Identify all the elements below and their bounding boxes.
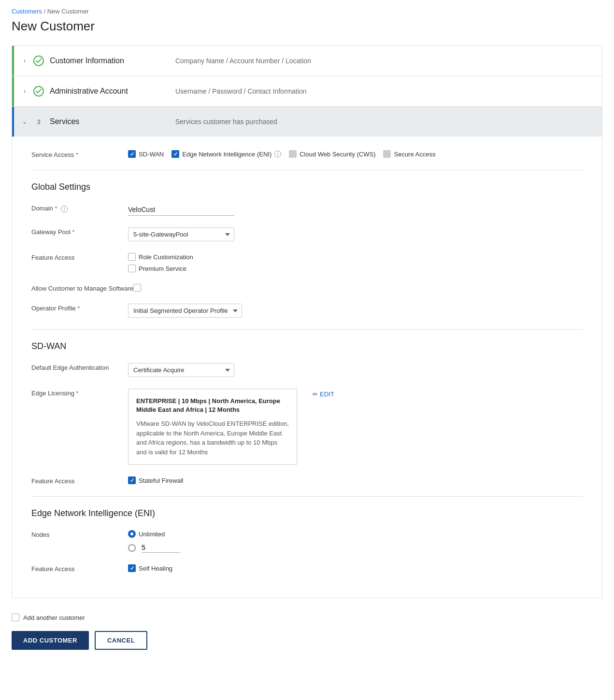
accordion-header-customer-info[interactable]: › Customer Information Company Name / Ac…: [12, 46, 602, 76]
nodes-unlimited-label: Unlimited: [139, 531, 165, 538]
cancel-button[interactable]: CANCEL: [95, 631, 147, 650]
service-access-secure[interactable]: Secure Access: [383, 150, 435, 158]
self-healing-label: Self Healing: [139, 565, 172, 572]
edit-link-label: EDIT: [320, 391, 334, 398]
add-customer-button[interactable]: ADD CUSTOMER: [12, 631, 89, 650]
edge-licensing-value: ENTERPRISE | 10 Mbps | North America, Eu…: [128, 389, 583, 465]
operator-profile-select[interactable]: Initial Segmented Operator Profile: [128, 304, 242, 318]
global-feature-access-options: Role Customization Premium Service: [128, 253, 583, 272]
step-number-services: 3: [33, 116, 44, 127]
accordion-title-customer-info: Customer Information: [50, 56, 146, 65]
cws-label: Cloud Web Security (CWS): [300, 151, 375, 158]
nodes-label: Nodes: [31, 530, 128, 538]
default-edge-auth-row: Default Edge Authentication Certificate …: [31, 363, 583, 377]
accordion-subtitle-customer-info: Company Name / Account Number / Location: [175, 57, 311, 65]
nodes-custom-input[interactable]: [142, 543, 180, 553]
self-healing-checkbox[interactable]: [128, 564, 136, 572]
services-content: Service Access * SD-WAN Edge Network Int…: [12, 137, 602, 598]
eni-checkbox-icon[interactable]: [171, 150, 179, 158]
role-customization-checkbox[interactable]: [128, 253, 136, 261]
bottom-section: Add another customer ADD CUSTOMER CANCEL: [12, 614, 602, 661]
add-another-row: Add another customer: [12, 614, 602, 621]
sdwan-label: SD-WAN: [139, 151, 164, 158]
accordion-item-customer-info: › Customer Information Company Name / Ac…: [12, 46, 602, 76]
role-customization-item[interactable]: Role Customization: [128, 253, 193, 261]
manage-software-label: Allow Customer to Manage Software: [31, 284, 133, 292]
accordion-title-admin-account: Administrative Account: [50, 87, 146, 96]
service-access-label: Service Access *: [31, 150, 128, 158]
accordion-header-admin-account[interactable]: › Administrative Account Username / Pass…: [12, 76, 602, 106]
gateway-pool-field-value: 5-site-GatewayPool: [128, 227, 583, 241]
manage-software-checkbox[interactable]: [133, 284, 141, 292]
domain-info-icon[interactable]: i: [61, 206, 68, 212]
eni-heading: Edge Network Intelligence (ENI): [31, 508, 583, 518]
gateway-pool-select[interactable]: 5-site-GatewayPool: [128, 227, 234, 241]
secure-label: Secure Access: [394, 151, 435, 158]
nodes-value: Unlimited: [128, 530, 583, 553]
edge-licensing-row: Edge Licensing * ENTERPRISE | 10 Mbps | …: [31, 389, 583, 465]
accordion: › Customer Information Company Name / Ac…: [12, 45, 602, 598]
accordion-header-services[interactable]: ⌄ 3 Services Services customer has purch…: [12, 107, 602, 137]
eni-info-icon[interactable]: i: [274, 151, 281, 157]
chevron-customer-info-icon: ›: [20, 56, 29, 66]
cws-checkbox-icon[interactable]: [289, 150, 297, 158]
nodes-unlimited-radio[interactable]: [128, 530, 136, 538]
default-edge-auth-label: Default Edge Authentication: [31, 363, 128, 371]
edge-licensing-title: ENTERPRISE | 10 Mbps | North America, Eu…: [136, 397, 289, 414]
eni-label: Edge Network Intelligence (ENI): [182, 151, 271, 158]
premium-service-checkbox[interactable]: [128, 265, 136, 272]
service-access-eni[interactable]: Edge Network Intelligence (ENI) i: [171, 150, 281, 158]
left-bar-customer-info: [12, 46, 14, 76]
domain-input[interactable]: [128, 204, 234, 216]
sdwan-heading: SD-WAN: [31, 341, 583, 351]
accordion-subtitle-services: Services customer has purchased: [175, 118, 277, 126]
edit-pencil-icon: ✏: [313, 391, 318, 398]
left-bar-services: [12, 107, 14, 137]
breadcrumb: Customers / New Customer: [12, 8, 602, 15]
stateful-firewall-item[interactable]: Stateful Firewall: [128, 476, 183, 484]
premium-service-item[interactable]: Premium Service: [128, 265, 193, 272]
check-icon-admin-account: [33, 86, 44, 97]
global-feature-checkboxes: Role Customization Premium Service: [128, 253, 193, 272]
nodes-custom-item[interactable]: [128, 543, 180, 553]
breadcrumb-parent-link[interactable]: Customers: [12, 8, 42, 15]
role-customization-label: Role Customization: [139, 253, 193, 261]
manage-software-row: Allow Customer to Manage Software: [31, 284, 583, 292]
sdwan-feature-access-label: Feature Access: [31, 476, 128, 485]
chevron-services-icon: ⌄: [20, 117, 29, 126]
service-access-cws[interactable]: Cloud Web Security (CWS): [289, 150, 375, 158]
secure-checkbox-icon[interactable]: [383, 150, 391, 158]
service-access-options: SD-WAN Edge Network Intelligence (ENI) i…: [128, 150, 583, 158]
accordion-title-services: Services: [50, 117, 146, 126]
default-edge-auth-select[interactable]: Certificate Acquire: [128, 363, 234, 377]
nodes-unlimited-item[interactable]: Unlimited: [128, 530, 180, 538]
stateful-firewall-label: Stateful Firewall: [139, 477, 183, 484]
premium-service-label: Premium Service: [139, 265, 186, 272]
nodes-row: Nodes Unlimited: [31, 530, 583, 553]
operator-profile-label: Operator Profile *: [31, 304, 128, 312]
divider-eni: [31, 496, 583, 497]
nodes-custom-radio[interactable]: [128, 544, 136, 552]
gateway-pool-label: Gateway Pool *: [31, 227, 128, 236]
domain-field-value: [128, 204, 583, 216]
edge-licensing-edit-link[interactable]: ✏ EDIT: [313, 391, 334, 398]
self-healing-item[interactable]: Self Healing: [128, 564, 172, 572]
chevron-admin-account-icon: ›: [20, 86, 29, 96]
eni-feature-access-row: Feature Access Self Healing: [31, 564, 583, 573]
edge-licensing-box: ENTERPRISE | 10 Mbps | North America, Eu…: [128, 389, 297, 465]
stateful-firewall-checkbox[interactable]: [128, 476, 136, 484]
edge-licensing-desc: VMware SD-WAN by VeloCloud ENTERPRISE ed…: [136, 419, 289, 457]
service-access-sdwan[interactable]: SD-WAN: [128, 150, 164, 158]
add-another-checkbox[interactable]: [12, 614, 19, 621]
check-icon-customer-info: [33, 56, 44, 66]
eni-feature-access-label: Feature Access: [31, 564, 128, 573]
accordion-subtitle-admin-account: Username / Password / Contact Informatio…: [175, 87, 307, 95]
eni-feature-access-value: Self Healing: [128, 564, 583, 572]
global-settings-heading: Global Settings: [31, 182, 583, 192]
default-edge-auth-value: Certificate Acquire: [128, 363, 583, 377]
global-feature-access-label: Feature Access: [31, 253, 128, 261]
sdwan-feature-access-row: Feature Access Stateful Firewall: [31, 476, 583, 485]
sdwan-checkbox-icon[interactable]: [128, 150, 136, 158]
divider-global: [31, 170, 583, 170]
breadcrumb-current: New Customer: [47, 8, 89, 15]
